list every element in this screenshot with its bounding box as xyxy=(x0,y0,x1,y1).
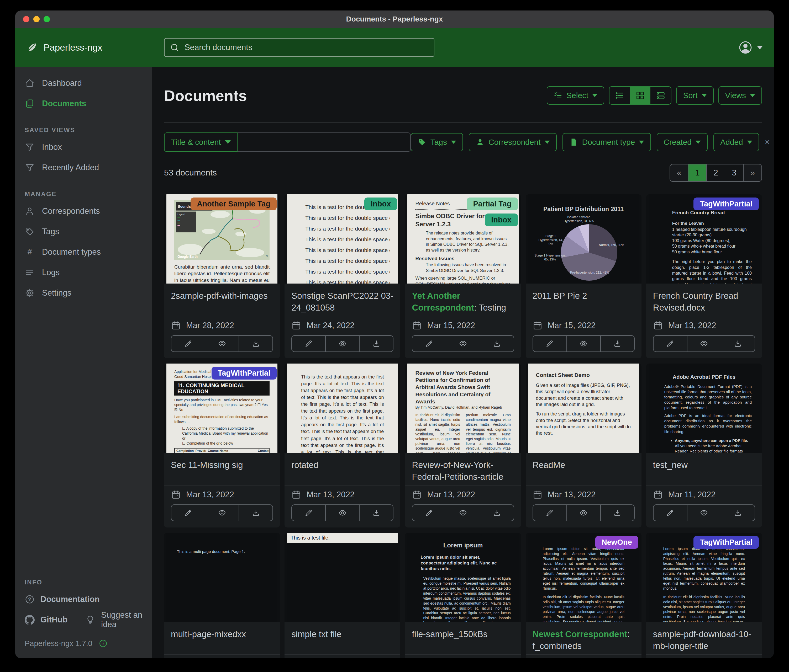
view-button[interactable] xyxy=(325,336,359,352)
tag-badge[interactable]: NewOne xyxy=(595,536,638,549)
edit-button[interactable] xyxy=(292,336,325,352)
view-button[interactable] xyxy=(325,505,359,521)
document-thumbnail[interactable]: Patient BP Distribution 2011Normal, 150,… xyxy=(526,194,642,283)
pagination-page-3[interactable]: 3 xyxy=(725,164,743,181)
filter-correspondent-button[interactable]: Correspondent xyxy=(469,133,556,151)
document-thumbnail[interactable]: This is a test for the double space char… xyxy=(284,194,400,283)
view-button[interactable] xyxy=(205,505,239,521)
tag-badge[interactable]: TagWithPartial xyxy=(693,536,759,549)
document-correspondent[interactable]: Yet Another Correspondent xyxy=(412,291,474,313)
document-card[interactable]: Review of New York Federal Petitions for… xyxy=(405,363,521,527)
sidebar-item-recently-added[interactable]: Recently Added xyxy=(15,158,152,178)
view-toggle-grid-view[interactable] xyxy=(630,87,650,104)
document-title[interactable]: file-sample_150kBs xyxy=(405,622,521,655)
document-title[interactable]: 2011 BP Pie 2 xyxy=(526,283,642,316)
pagination-prev-button[interactable]: « xyxy=(670,164,688,181)
sort-button[interactable]: Sort xyxy=(676,86,713,105)
document-title[interactable]: 2sample-pdf-with-images xyxy=(164,283,280,316)
document-card[interactable]: This is a multi page document. Page 1.mu… xyxy=(164,533,280,658)
edit-button[interactable] xyxy=(171,505,205,521)
sidebar-item-document-types[interactable]: #Document types xyxy=(15,242,152,262)
tag-badge[interactable]: Partial Tag xyxy=(467,197,517,210)
document-title[interactable]: simple txt file xyxy=(284,622,400,655)
view-button[interactable] xyxy=(446,505,479,521)
edit-button[interactable] xyxy=(653,336,687,352)
sidebar-item-documents[interactable]: Documents xyxy=(15,93,152,114)
download-button[interactable] xyxy=(359,336,393,352)
filter-query-input[interactable] xyxy=(238,132,411,152)
select-button[interactable]: Select xyxy=(547,86,604,105)
sidebar-item-settings[interactable]: Settings xyxy=(15,283,152,303)
document-card[interactable]: French Country BreadFor the Leaven1 heap… xyxy=(646,194,762,358)
sidebar-item-correspondents[interactable]: Correspondents xyxy=(15,201,152,221)
tag-badge[interactable]: Inbox xyxy=(485,213,517,226)
document-title[interactable]: sample-pdf-download-10-mb-longer-title xyxy=(646,622,762,655)
tag-badge[interactable]: Another Sample Tag xyxy=(190,197,277,210)
document-title[interactable]: rotated xyxy=(284,453,400,486)
document-card[interactable]: Contact Sheet DemoGiven a set of image f… xyxy=(526,363,642,527)
view-toggle-list-view[interactable] xyxy=(610,87,630,104)
download-button[interactable] xyxy=(600,505,634,521)
close-window-button[interactable] xyxy=(23,16,29,22)
download-button[interactable] xyxy=(239,336,272,352)
document-title[interactable]: Sonstige ScanPC2022 03-24_081058 xyxy=(284,283,400,316)
document-card[interactable]: This is the text that appears on the fir… xyxy=(284,363,400,527)
minimize-window-button[interactable] xyxy=(34,16,40,22)
edit-button[interactable] xyxy=(171,336,205,352)
github-link[interactable]: GitHub xyxy=(25,615,67,625)
tag-badge[interactable]: Inbox xyxy=(364,197,397,210)
edit-button[interactable] xyxy=(533,505,566,521)
view-button[interactable] xyxy=(446,336,479,352)
filter-added-button[interactable]: Added xyxy=(713,133,759,151)
document-correspondent[interactable]: Newest Correspondent xyxy=(533,629,627,639)
sidebar-item-logs[interactable]: Logs xyxy=(15,262,152,283)
document-card[interactable]: Lorem ipsum dolor sit amet, consectetur … xyxy=(526,533,642,658)
documentation-link[interactable]: ?Documentation xyxy=(15,589,152,610)
document-card[interactable]: Application for Medical Staff MembersGoo… xyxy=(164,363,280,527)
document-card[interactable]: Patient BP Distribution 2011Normal, 150,… xyxy=(526,194,642,358)
document-thumbnail[interactable]: Lorem ipsumLorem ipsum dolor sit amet, c… xyxy=(405,533,521,622)
document-thumbnail[interactable]: This is a multi page document. Page 1. xyxy=(164,533,280,622)
document-thumbnail[interactable]: French Country BreadFor the Leaven1 heap… xyxy=(646,194,762,283)
pagination-page-2[interactable]: 2 xyxy=(706,164,725,181)
document-thumbnail[interactable]: Contact Sheet DemoGiven a set of image f… xyxy=(526,363,642,453)
document-title[interactable]: test_new xyxy=(646,453,762,486)
download-button[interactable] xyxy=(600,336,634,352)
document-thumbnail[interactable]: Review of New York Federal Petitions for… xyxy=(405,363,521,453)
brand[interactable]: Paperless-ngx xyxy=(15,41,152,54)
tag-badge[interactable]: TagWithPartial xyxy=(212,367,277,379)
document-card[interactable]: Boundary Waters TripLegendGoogle EarthNC… xyxy=(164,194,280,358)
user-menu[interactable] xyxy=(738,40,763,55)
document-thumbnail[interactable]: This is the text that appears on the fir… xyxy=(284,363,400,453)
document-card[interactable]: Adobe Acrobat PDF FilesAdobe® Portable D… xyxy=(646,363,762,527)
document-title[interactable]: ReadMe xyxy=(526,453,642,486)
document-title[interactable]: Newest Correspondent: f_combineds xyxy=(526,622,642,655)
download-button[interactable] xyxy=(359,505,393,521)
document-thumbnail[interactable]: This is a test file. xyxy=(284,533,400,622)
document-title[interactable]: Review-of-New-York-Federal-Petitions-art… xyxy=(405,453,521,486)
search-input[interactable] xyxy=(184,43,429,53)
document-thumbnail[interactable]: Adobe Acrobat PDF FilesAdobe® Portable D… xyxy=(646,363,762,453)
document-thumbnail[interactable]: Boundary Waters TripLegendGoogle EarthNC… xyxy=(164,194,280,283)
view-button[interactable] xyxy=(687,505,721,521)
document-card[interactable]: This is a test file.simple txt file xyxy=(284,533,400,658)
download-button[interactable] xyxy=(721,505,755,521)
filter-created-button[interactable]: Created xyxy=(657,133,708,151)
tag-badge[interactable]: TagWithPartial xyxy=(693,197,759,210)
sidebar-item-tags[interactable]: Tags xyxy=(15,221,152,242)
zoom-window-button[interactable] xyxy=(43,16,50,22)
filter-field-dropdown[interactable]: Title & content xyxy=(164,132,238,152)
sidebar-item-inbox[interactable]: Inbox xyxy=(15,137,152,158)
reset-filters-button[interactable]: ×Reset filters xyxy=(765,137,774,147)
download-button[interactable] xyxy=(239,505,272,521)
document-thumbnail[interactable]: Lorem ipsum dolor sit amet, consectetur … xyxy=(526,533,642,622)
document-thumbnail[interactable]: Lorem ipsum dolor sit amet, consectetur … xyxy=(646,533,762,622)
view-button[interactable] xyxy=(687,336,721,352)
document-thumbnail[interactable]: Application for Medical Staff MembersGoo… xyxy=(164,363,280,453)
download-button[interactable] xyxy=(480,336,514,352)
document-title[interactable]: Sec 11-Missing sig xyxy=(164,453,280,486)
download-button[interactable] xyxy=(480,505,514,521)
edit-button[interactable] xyxy=(292,505,325,521)
filter-tags-button[interactable]: Tags xyxy=(411,133,463,151)
document-title[interactable]: French Country Bread Revised.docx xyxy=(646,283,762,316)
